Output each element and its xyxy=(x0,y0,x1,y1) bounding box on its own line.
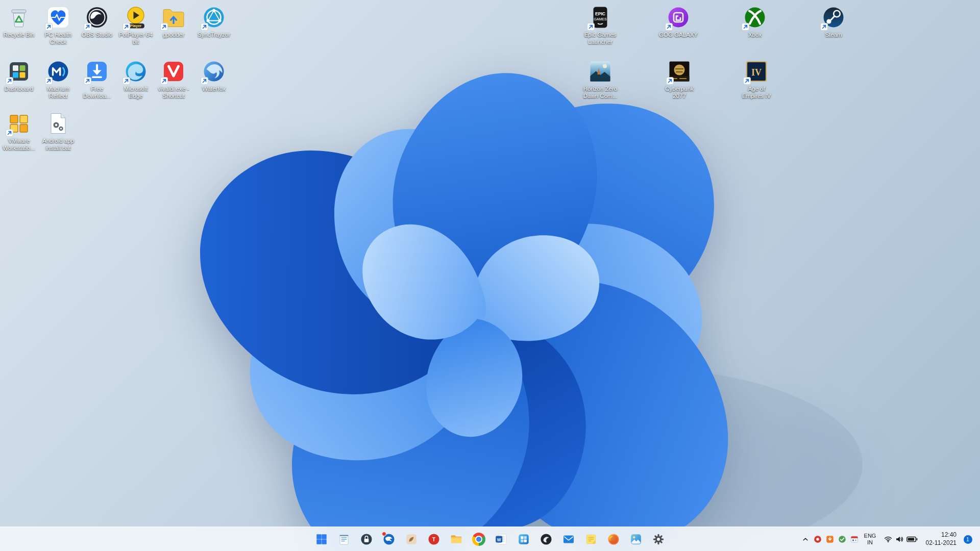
wifi-icon xyxy=(884,535,892,543)
desktop-icon-label: VMware Workstatio... xyxy=(3,137,35,152)
shortcut-arrow-icon xyxy=(45,23,53,31)
taskbar-firefox-button[interactable] xyxy=(603,529,624,549)
taskbar-lock-app-button[interactable] xyxy=(356,529,377,549)
macrium-icon xyxy=(46,59,70,84)
taskbar-thunderbird-button[interactable] xyxy=(379,529,399,549)
taskbar-file-explorer-button[interactable] xyxy=(446,529,467,549)
language-line2: IN xyxy=(867,539,873,546)
language-indicator[interactable]: ENG IN xyxy=(861,529,880,549)
tray-green-button[interactable] xyxy=(836,529,848,549)
shortcut-arrow-icon xyxy=(665,23,673,31)
taskbar-chrome-button[interactable] xyxy=(469,529,489,549)
desktop-icon-android-bat[interactable]: Android app install.bat xyxy=(35,111,81,152)
shortcut-arrow-icon xyxy=(84,23,91,31)
desktop-icon-gpodder[interactable]: gpodder xyxy=(151,5,197,38)
shortcut-arrow-icon xyxy=(160,23,168,31)
notification-center-button[interactable]: 1 xyxy=(961,529,975,549)
chevron-up-icon xyxy=(801,535,810,543)
desktop-icon-steam[interactable]: Steam xyxy=(811,5,856,38)
system-tray: ENG IN 12:40 02-11-2021 1 xyxy=(799,527,980,551)
tray-chevron-button[interactable] xyxy=(799,529,812,549)
svg-text:Player: Player xyxy=(130,23,142,28)
desktop-icon-horizon[interactable]: Horizon Zero Dawn Com... xyxy=(577,59,623,100)
tray-orange-button[interactable] xyxy=(824,529,836,549)
desktop-icon-epic[interactable]: EPICGAMES Epic Games Launcher xyxy=(577,5,623,46)
desktop-icon-label: Horizon Zero Dawn Com... xyxy=(583,85,617,100)
shortcut-arrow-icon xyxy=(6,77,13,85)
shortcut-arrow-icon xyxy=(666,77,674,85)
shortcut-arrow-icon xyxy=(587,23,595,31)
desktop-icon-label: Dashboard xyxy=(5,85,33,92)
desktop-icon-label: PC Health Check xyxy=(45,31,71,46)
shortcut-arrow-icon xyxy=(160,77,168,85)
desktop-icon-label: Recycle Bin xyxy=(4,31,35,38)
tray-red-button[interactable] xyxy=(812,529,824,549)
taskbar-tan-app-button[interactable] xyxy=(401,529,422,549)
aoe4-icon: IV xyxy=(744,59,769,84)
taskbar-settings-button[interactable] xyxy=(648,529,669,549)
taskbar-t-app-button[interactable]: T xyxy=(424,529,444,549)
taskbar-sticky-notes-button[interactable] xyxy=(581,529,601,549)
taskbar-dark-browser-button[interactable] xyxy=(536,529,556,549)
taskbar-photos-button[interactable] xyxy=(626,529,646,549)
tray-green-icon xyxy=(838,535,846,543)
taskbar-start-button[interactable] xyxy=(311,529,332,549)
battery-icon xyxy=(906,536,918,542)
xbox-icon xyxy=(743,5,767,30)
desktop-icon-synctrayzor[interactable]: SyncTrayzor xyxy=(191,5,237,38)
cyberpunk-icon xyxy=(667,59,692,84)
status-icons-button[interactable] xyxy=(880,529,922,549)
desktop-icon-label: Waterfox xyxy=(202,85,226,92)
desktop-icon-label: Cyberpunk 2077 xyxy=(665,85,694,100)
clock-time: 12:40 xyxy=(941,531,957,539)
desktop-icon-layer[interactable]: Recycle Bin PC Health Check OBS Studio P… xyxy=(0,0,980,527)
taskbar: TW ENG IN 12:40 02-11-2021 1 xyxy=(0,527,980,551)
taskbar-word-button[interactable]: W xyxy=(491,529,511,549)
notification-count-badge: 1 xyxy=(964,535,972,544)
desktop-icon-vivaldi[interactable]: vivaldi.exe - Shortcut xyxy=(151,59,197,100)
shortcut-arrow-icon xyxy=(45,77,53,85)
desktop-icon-label: vivaldi.exe - Shortcut xyxy=(158,85,189,100)
desktop-icon-xbox[interactable]: Xbox xyxy=(732,5,778,38)
shortcut-arrow-icon xyxy=(122,23,130,31)
desktop-icon-cyberpunk[interactable]: Cyberpunk 2077 xyxy=(656,59,702,100)
desktop-icon-gog[interactable]: GOG GALAXY xyxy=(655,5,701,38)
svg-text:IV: IV xyxy=(751,67,762,78)
taskbar-center: TW xyxy=(311,529,669,549)
shortcut-arrow-icon xyxy=(201,23,208,31)
language-line1: ENG xyxy=(864,533,876,539)
taskbar-mail-button[interactable] xyxy=(558,529,579,549)
taskbar-blue-tiles-button[interactable] xyxy=(513,529,534,549)
gpodder-icon xyxy=(161,5,186,30)
vivaldi-icon xyxy=(161,59,186,84)
synctrayzor-icon xyxy=(202,5,226,30)
clock[interactable]: 12:40 02-11-2021 xyxy=(922,529,961,549)
tray-orange-icon xyxy=(826,535,834,543)
shortcut-arrow-icon xyxy=(122,77,130,85)
notification-dot xyxy=(382,532,386,536)
edge-icon xyxy=(124,59,148,84)
desktop-icon-label: Free Downloa... xyxy=(83,85,111,100)
clock-date: 02-11-2021 xyxy=(926,539,957,547)
desktop-icon-label: Epic Games Launcher xyxy=(584,31,617,46)
desktop-icon-label: Microsoft Edge xyxy=(124,85,148,100)
svg-text:GAMES: GAMES xyxy=(594,17,607,21)
shortcut-arrow-icon xyxy=(743,77,751,85)
desktop-icon-label: Xbox xyxy=(748,31,762,38)
steam-icon xyxy=(821,5,846,30)
svg-text:W: W xyxy=(497,537,501,542)
desktop-icon-waterfox[interactable]: Waterfox xyxy=(191,59,237,92)
vmware-icon xyxy=(7,111,31,136)
taskbar-notepad-button[interactable] xyxy=(334,529,354,549)
desktop-icon-label: OBS Studio xyxy=(82,31,112,38)
volume-icon xyxy=(895,535,903,543)
desktop-icon-aoe4[interactable]: IV Age of Empires IV xyxy=(733,59,779,100)
desktop-icon-label: gpodder xyxy=(163,31,184,38)
tray-calendar-button[interactable] xyxy=(848,529,861,549)
shortcut-arrow-icon xyxy=(820,23,828,31)
desktop-icon-label: PotPlayer 64 bit xyxy=(119,31,153,46)
android-bat-icon xyxy=(46,111,70,136)
desktop-icon-label: Macrium Reflect xyxy=(47,85,69,100)
gog-icon xyxy=(666,5,691,30)
shortcut-arrow-icon xyxy=(201,77,208,85)
